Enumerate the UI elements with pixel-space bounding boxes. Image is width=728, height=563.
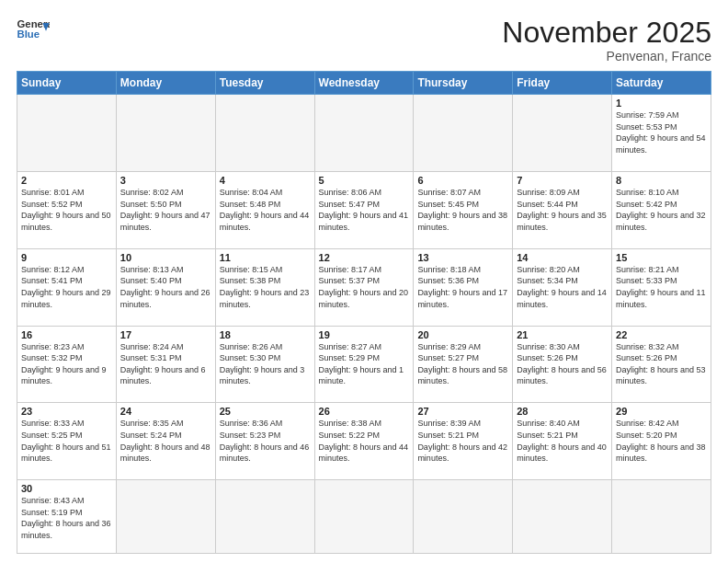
day-number: 5 bbox=[319, 175, 410, 186]
day-number: 14 bbox=[517, 252, 608, 263]
calendar-cell bbox=[414, 480, 513, 554]
calendar-cell: 19Sunrise: 8:27 AMSunset: 5:29 PMDayligh… bbox=[314, 326, 414, 403]
day-info: Sunrise: 8:35 AMSunset: 5:24 PMDaylight:… bbox=[120, 418, 211, 464]
day-info: Sunrise: 8:20 AMSunset: 5:34 PMDaylight:… bbox=[517, 264, 608, 310]
calendar-cell bbox=[17, 95, 117, 172]
day-info: Sunrise: 8:10 AMSunset: 5:42 PMDaylight:… bbox=[616, 187, 707, 233]
week-row-2: 2Sunrise: 8:01 AMSunset: 5:52 PMDaylight… bbox=[17, 172, 711, 249]
calendar-cell: 7Sunrise: 8:09 AMSunset: 5:44 PMDaylight… bbox=[513, 172, 612, 249]
week-row-3: 9Sunrise: 8:12 AMSunset: 5:41 PMDaylight… bbox=[17, 248, 711, 326]
day-info: Sunrise: 8:18 AMSunset: 5:36 PMDaylight:… bbox=[417, 264, 508, 310]
day-header-saturday: Saturday bbox=[612, 72, 711, 95]
calendar-cell: 2Sunrise: 8:01 AMSunset: 5:52 PMDaylight… bbox=[17, 172, 117, 249]
day-number: 8 bbox=[616, 175, 707, 186]
day-number: 23 bbox=[21, 406, 112, 417]
day-info: Sunrise: 8:43 AMSunset: 5:19 PMDaylight:… bbox=[21, 495, 112, 541]
calendar-cell: 20Sunrise: 8:29 AMSunset: 5:27 PMDayligh… bbox=[414, 326, 513, 403]
logo: General Blue bbox=[17, 17, 50, 42]
calendar-cell bbox=[314, 95, 414, 172]
day-info: Sunrise: 8:06 AMSunset: 5:47 PMDaylight:… bbox=[319, 187, 410, 233]
day-info: Sunrise: 8:38 AMSunset: 5:22 PMDaylight:… bbox=[319, 418, 410, 464]
day-info: Sunrise: 8:42 AMSunset: 5:20 PMDaylight:… bbox=[616, 418, 707, 464]
day-number: 26 bbox=[319, 406, 410, 417]
day-number: 22 bbox=[616, 329, 707, 340]
calendar-cell: 30Sunrise: 8:43 AMSunset: 5:19 PMDayligh… bbox=[17, 480, 117, 554]
calendar-cell bbox=[215, 95, 314, 172]
calendar-cell bbox=[513, 480, 612, 554]
day-number: 29 bbox=[616, 406, 707, 417]
calendar-cell: 29Sunrise: 8:42 AMSunset: 5:20 PMDayligh… bbox=[612, 403, 711, 480]
day-header-wednesday: Wednesday bbox=[314, 72, 414, 95]
day-header-friday: Friday bbox=[513, 72, 612, 95]
day-info: Sunrise: 8:27 AMSunset: 5:29 PMDaylight:… bbox=[319, 341, 410, 387]
day-number: 17 bbox=[120, 329, 211, 340]
day-number: 16 bbox=[21, 329, 112, 340]
day-number: 9 bbox=[21, 252, 112, 263]
day-number: 13 bbox=[417, 252, 508, 263]
day-info: Sunrise: 8:33 AMSunset: 5:25 PMDaylight:… bbox=[21, 418, 112, 464]
calendar-header: SundayMondayTuesdayWednesdayThursdayFrid… bbox=[17, 72, 711, 95]
calendar-cell: 8Sunrise: 8:10 AMSunset: 5:42 PMDaylight… bbox=[612, 172, 711, 249]
calendar-cell: 17Sunrise: 8:24 AMSunset: 5:31 PMDayligh… bbox=[116, 326, 215, 403]
day-number: 1 bbox=[616, 98, 707, 109]
week-row-4: 16Sunrise: 8:23 AMSunset: 5:32 PMDayligh… bbox=[17, 326, 711, 403]
calendar-cell: 9Sunrise: 8:12 AMSunset: 5:41 PMDaylight… bbox=[17, 248, 117, 326]
calendar-cell: 14Sunrise: 8:20 AMSunset: 5:34 PMDayligh… bbox=[513, 248, 612, 326]
calendar-cell: 15Sunrise: 8:21 AMSunset: 5:33 PMDayligh… bbox=[612, 248, 711, 326]
calendar-cell: 21Sunrise: 8:30 AMSunset: 5:26 PMDayligh… bbox=[513, 326, 612, 403]
calendar-cell bbox=[116, 480, 215, 554]
day-info: Sunrise: 8:17 AMSunset: 5:37 PMDaylight:… bbox=[319, 264, 410, 310]
day-info: Sunrise: 7:59 AMSunset: 5:53 PMDaylight:… bbox=[616, 109, 707, 155]
day-info: Sunrise: 8:29 AMSunset: 5:27 PMDaylight:… bbox=[417, 341, 508, 387]
page: General Blue November 2025 Penvenan, Fra… bbox=[0, 0, 728, 563]
week-row-1: 1Sunrise: 7:59 AMSunset: 5:53 PMDaylight… bbox=[17, 95, 711, 172]
day-info: Sunrise: 8:15 AMSunset: 5:38 PMDaylight:… bbox=[220, 264, 311, 310]
calendar-cell bbox=[215, 480, 314, 554]
calendar-cell bbox=[414, 95, 513, 172]
days-row: SundayMondayTuesdayWednesdayThursdayFrid… bbox=[17, 72, 711, 95]
calendar-cell: 6Sunrise: 8:07 AMSunset: 5:45 PMDaylight… bbox=[414, 172, 513, 249]
calendar-body: 1Sunrise: 7:59 AMSunset: 5:53 PMDaylight… bbox=[17, 95, 711, 554]
calendar-cell: 13Sunrise: 8:18 AMSunset: 5:36 PMDayligh… bbox=[414, 248, 513, 326]
calendar-cell: 23Sunrise: 8:33 AMSunset: 5:25 PMDayligh… bbox=[17, 403, 117, 480]
calendar-cell: 18Sunrise: 8:26 AMSunset: 5:30 PMDayligh… bbox=[215, 326, 314, 403]
calendar-cell: 24Sunrise: 8:35 AMSunset: 5:24 PMDayligh… bbox=[116, 403, 215, 480]
day-info: Sunrise: 8:23 AMSunset: 5:32 PMDaylight:… bbox=[21, 341, 112, 387]
calendar-cell: 16Sunrise: 8:23 AMSunset: 5:32 PMDayligh… bbox=[17, 326, 117, 403]
day-info: Sunrise: 8:30 AMSunset: 5:26 PMDaylight:… bbox=[517, 341, 608, 387]
day-number: 12 bbox=[319, 252, 410, 263]
day-info: Sunrise: 8:26 AMSunset: 5:30 PMDaylight:… bbox=[220, 341, 311, 387]
calendar-cell: 11Sunrise: 8:15 AMSunset: 5:38 PMDayligh… bbox=[215, 248, 314, 326]
day-info: Sunrise: 8:12 AMSunset: 5:41 PMDaylight:… bbox=[21, 264, 112, 310]
day-number: 6 bbox=[417, 175, 508, 186]
calendar-cell bbox=[513, 95, 612, 172]
day-number: 24 bbox=[120, 406, 211, 417]
day-info: Sunrise: 8:36 AMSunset: 5:23 PMDaylight:… bbox=[220, 418, 311, 464]
day-header-tuesday: Tuesday bbox=[215, 72, 314, 95]
calendar-cell: 26Sunrise: 8:38 AMSunset: 5:22 PMDayligh… bbox=[314, 403, 414, 480]
day-header-monday: Monday bbox=[116, 72, 215, 95]
day-header-sunday: Sunday bbox=[17, 72, 117, 95]
day-number: 30 bbox=[21, 483, 112, 494]
day-info: Sunrise: 8:32 AMSunset: 5:26 PMDaylight:… bbox=[616, 341, 707, 387]
day-number: 19 bbox=[319, 329, 410, 340]
title-block: November 2025 Penvenan, France bbox=[502, 17, 711, 63]
day-info: Sunrise: 8:09 AMSunset: 5:44 PMDaylight:… bbox=[517, 187, 608, 233]
calendar-cell bbox=[116, 95, 215, 172]
day-number: 28 bbox=[517, 406, 608, 417]
month-title: November 2025 bbox=[502, 17, 711, 49]
week-row-6: 30Sunrise: 8:43 AMSunset: 5:19 PMDayligh… bbox=[17, 480, 711, 554]
day-number: 20 bbox=[417, 329, 508, 340]
day-info: Sunrise: 8:13 AMSunset: 5:40 PMDaylight:… bbox=[120, 264, 211, 310]
day-number: 10 bbox=[120, 252, 211, 263]
calendar-cell bbox=[314, 480, 414, 554]
calendar-cell: 12Sunrise: 8:17 AMSunset: 5:37 PMDayligh… bbox=[314, 248, 414, 326]
day-number: 2 bbox=[21, 175, 112, 186]
day-info: Sunrise: 8:01 AMSunset: 5:52 PMDaylight:… bbox=[21, 187, 112, 233]
week-row-5: 23Sunrise: 8:33 AMSunset: 5:25 PMDayligh… bbox=[17, 403, 711, 480]
day-number: 21 bbox=[517, 329, 608, 340]
calendar-cell: 3Sunrise: 8:02 AMSunset: 5:50 PMDaylight… bbox=[116, 172, 215, 249]
day-number: 25 bbox=[220, 406, 311, 417]
day-info: Sunrise: 8:02 AMSunset: 5:50 PMDaylight:… bbox=[120, 187, 211, 233]
day-info: Sunrise: 8:40 AMSunset: 5:21 PMDaylight:… bbox=[517, 418, 608, 464]
